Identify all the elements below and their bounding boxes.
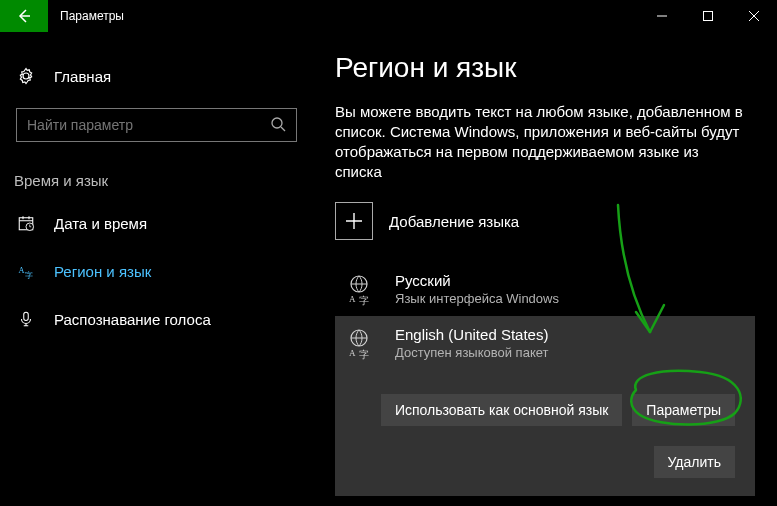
sidebar-item-label: Распознавание голоса (54, 311, 211, 328)
search-input[interactable] (27, 117, 270, 133)
options-button[interactable]: Параметры (632, 394, 735, 426)
titlebar: Параметры (0, 0, 777, 32)
svg-rect-0 (704, 12, 713, 21)
svg-text:字: 字 (25, 271, 33, 280)
svg-text:A: A (19, 266, 25, 275)
language-az-icon: A字 (16, 262, 36, 280)
page-description: Вы можете вводить текст на любом языке, … (335, 102, 745, 182)
language-item-russian[interactable]: A 字 Русский Язык интерфейса Windows (335, 262, 755, 316)
sidebar-item-region-language[interactable]: A字 Регион и язык (0, 247, 313, 295)
main-panel: Регион и язык Вы можете вводить текст на… (313, 32, 777, 506)
language-globe-az-icon: A 字 (347, 272, 379, 304)
language-globe-az-icon: A 字 (347, 326, 379, 358)
svg-rect-6 (24, 312, 29, 320)
plus-icon (335, 202, 373, 240)
svg-text:字: 字 (359, 349, 369, 360)
sidebar-item-label: Регион и язык (54, 263, 151, 280)
microphone-icon (16, 310, 36, 328)
set-default-button[interactable]: Использовать как основной язык (381, 394, 622, 426)
svg-point-1 (272, 118, 282, 128)
gear-icon (16, 67, 36, 85)
close-button[interactable] (731, 0, 777, 32)
close-icon (749, 11, 759, 21)
sidebar-home[interactable]: Главная (0, 52, 313, 100)
sidebar-home-label: Главная (54, 68, 111, 85)
svg-text:A: A (349, 294, 356, 304)
language-item-english[interactable]: A 字 English (United States) Доступен язы… (335, 316, 755, 496)
window-title: Параметры (48, 9, 124, 23)
arrow-left-icon (16, 8, 32, 24)
maximize-button[interactable] (685, 0, 731, 32)
window-controls (639, 0, 777, 32)
add-language-label: Добавление языка (389, 213, 519, 230)
svg-text:字: 字 (359, 295, 369, 306)
clock-calendar-icon (16, 214, 36, 232)
sidebar-section-header: Время и язык (0, 162, 313, 199)
search-box[interactable] (16, 108, 297, 142)
maximize-icon (703, 11, 713, 21)
minimize-icon (657, 11, 667, 21)
language-sub: Язык интерфейса Windows (395, 291, 559, 306)
search-icon (270, 116, 286, 135)
sidebar: Главная Время и язык Дата и время A字 Рег… (0, 32, 313, 506)
language-name: English (United States) (395, 326, 548, 343)
sidebar-item-label: Дата и время (54, 215, 147, 232)
minimize-button[interactable] (639, 0, 685, 32)
back-button[interactable] (0, 0, 48, 32)
language-name: Русский (395, 272, 559, 289)
remove-button[interactable]: Удалить (654, 446, 735, 478)
language-sub: Доступен языковой пакет (395, 345, 548, 360)
svg-text:A: A (349, 348, 356, 358)
sidebar-item-date-time[interactable]: Дата и время (0, 199, 313, 247)
sidebar-item-speech[interactable]: Распознавание голоса (0, 295, 313, 343)
add-language[interactable]: Добавление языка (335, 202, 755, 240)
page-title: Регион и язык (335, 52, 755, 84)
